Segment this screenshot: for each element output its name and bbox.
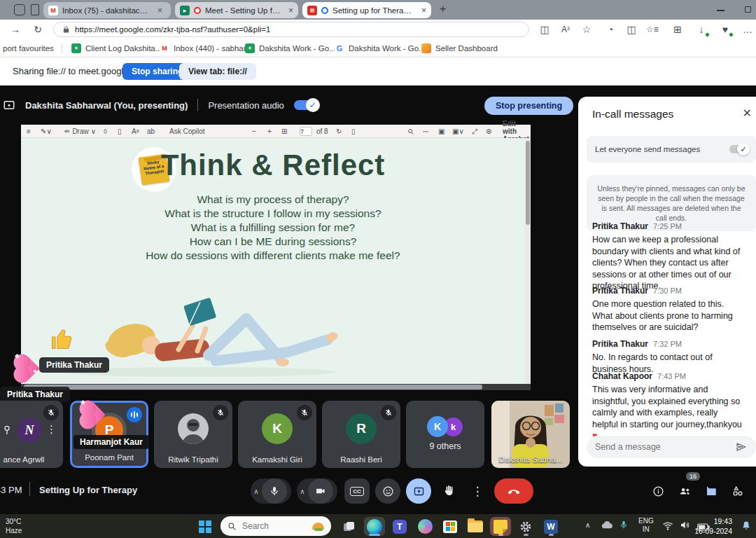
tray-clock[interactable]: 19:43 16-09-2024: [694, 516, 732, 536]
chat-button-active[interactable]: [699, 478, 724, 504]
stop-presenting-button[interactable]: Stop presenting: [484, 97, 573, 115]
zoom-out-icon[interactable]: −: [252, 127, 256, 136]
text-select-icon[interactable]: ▯: [118, 127, 122, 136]
more-menu-icon[interactable]: …: [741, 22, 755, 36]
edit-with-acrobat-button[interactable]: Edit with Acrobat: [503, 127, 531, 136]
address-bar[interactable]: https://meet.google.com/zkr-tjba-nsf?aut…: [53, 22, 529, 37]
participants-button[interactable]: 16: [672, 478, 697, 504]
taskbar-search-input[interactable]: [242, 521, 293, 531]
window-minimize-button[interactable]: [717, 10, 724, 11]
language-indicator[interactable]: ENG IN: [638, 517, 654, 534]
downloads-icon[interactable]: ↓: [694, 22, 708, 36]
zoom-in-icon[interactable]: +: [267, 127, 272, 136]
forward-icon[interactable]: →: [8, 22, 22, 36]
search-icon[interactable]: [407, 127, 414, 136]
pdf-settings-icon[interactable]: ⊛: [486, 127, 491, 136]
overflow-participants-tile[interactable]: K k 9 others: [406, 401, 484, 468]
pin-icon[interactable]: [1, 425, 13, 436]
participant-tile[interactable]: N ⋮ ance Agrwll: [0, 401, 63, 468]
chevron-up-icon[interactable]: ∧: [297, 488, 308, 495]
workspaces-icon[interactable]: [14, 4, 25, 15]
tab-search-icon[interactable]: [31, 4, 39, 15]
microsoft-store-icon[interactable]: [440, 517, 461, 536]
draw-tool[interactable]: ✏ Draw ∨: [64, 127, 96, 136]
meeting-info-button[interactable]: [645, 478, 671, 504]
fit-page-icon[interactable]: ⊞: [281, 127, 287, 136]
tile-more-menu-icon[interactable]: ⋮: [46, 423, 57, 436]
window-restore-button[interactable]: [745, 6, 751, 13]
bookmark-item[interactable]: + Dakshita Work - Go...: [245, 42, 336, 55]
bookmark-item[interactable]: + Client Log Dakshita...: [71, 42, 162, 55]
scrollbar-thumb[interactable]: [526, 141, 530, 225]
pdf-horizontal-scrollbar[interactable]: [21, 384, 531, 390]
highlighter-icon[interactable]: ✎∨: [41, 127, 52, 136]
save-as-icon[interactable]: ▣∨: [452, 127, 464, 136]
favorite-star-icon[interactable]: ☆: [580, 22, 594, 36]
tray-expand-icon[interactable]: ∧: [585, 521, 590, 529]
new-tab-button[interactable]: +: [440, 3, 446, 15]
notifications-bell-icon[interactable]: [741, 520, 752, 534]
pdf-vertical-scrollbar[interactable]: [525, 138, 531, 384]
copilot-icon[interactable]: [414, 517, 435, 536]
print-icon[interactable]: ⎓: [423, 127, 428, 136]
rotate-icon[interactable]: ↻: [336, 127, 342, 136]
task-view-icon[interactable]: [339, 517, 360, 536]
view-tab-button[interactable]: View tab: file://: [179, 63, 256, 80]
onedrive-icon[interactable]: [601, 520, 613, 532]
activities-button[interactable]: [725, 478, 750, 504]
fullscreen-icon[interactable]: ⤢: [472, 127, 477, 136]
participant-tile[interactable]: K Kamakshi Giri: [238, 401, 316, 468]
file-explorer-icon[interactable]: [465, 517, 486, 536]
tab-meet[interactable]: ▸ Meet - Setting Up for Therap ×: [175, 2, 298, 18]
weather-widget[interactable]: 30°C Haze: [6, 517, 22, 535]
allow-messages-toggle[interactable]: ✓: [729, 145, 748, 153]
presentation-audio-toggle[interactable]: ✓: [294, 100, 318, 110]
raise-hand-button[interactable]: [437, 478, 462, 504]
more-options-button[interactable]: ⋮: [465, 478, 490, 504]
captions-button[interactable]: CC: [344, 478, 370, 504]
edge-taskbar-icon[interactable]: [364, 517, 385, 536]
save-icon[interactable]: ▣: [438, 127, 444, 136]
page-number-input[interactable]: 7: [300, 127, 312, 136]
bookmark-item[interactable]: M Inbox (440) - sabhar...: [160, 42, 253, 55]
allow-messages-toggle-row[interactable]: Let everyone send messages ✓: [587, 136, 756, 163]
settings-gear-icon[interactable]: [515, 517, 536, 536]
find-text-icon[interactable]: ab: [147, 127, 155, 136]
page-view-icon[interactable]: ▯: [351, 127, 356, 136]
mic-button[interactable]: [262, 478, 287, 504]
start-button[interactable]: [195, 517, 216, 536]
read-aloud-icon[interactable]: Aᵌ: [559, 22, 573, 36]
present-button-active[interactable]: [406, 478, 431, 504]
split-tab-icon[interactable]: ◫: [624, 22, 638, 36]
tab-gmail[interactable]: M Inbox (75) - dakshitacounselling@ ×: [43, 2, 171, 18]
chevron-up-icon[interactable]: ∧: [251, 488, 262, 495]
bookmark-item[interactable]: G Dakshita Work - Go...: [335, 42, 426, 55]
word-icon[interactable]: W: [540, 517, 561, 536]
volume-icon[interactable]: [679, 520, 690, 533]
eraser-icon[interactable]: ◊: [104, 127, 107, 136]
sticky-notes-icon-active[interactable]: [490, 517, 511, 536]
close-icon[interactable]: ✕: [743, 106, 752, 120]
ask-copilot-button[interactable]: Ask Copilot: [169, 127, 205, 136]
pdf-menu-icon[interactable]: ≡: [27, 127, 31, 136]
collections-icon[interactable]: ⊞: [671, 22, 685, 36]
send-icon[interactable]: [735, 441, 748, 453]
split-screen-icon[interactable]: ◫: [538, 22, 552, 36]
self-video-tile[interactable]: Dakshita Sabha...: [491, 401, 570, 468]
reactions-button[interactable]: [375, 478, 400, 504]
scrollbar-thumb[interactable]: [24, 385, 482, 389]
tab-pdf[interactable]: ▤ Setting up for Therapy.pdf ×: [302, 2, 431, 18]
browser-essentials-icon[interactable]: ♥: [718, 22, 732, 36]
import-favourites[interactable]: port favourites: [3, 42, 54, 55]
tab-close-icon[interactable]: ×: [288, 6, 293, 15]
mic-control[interactable]: ∧: [251, 478, 291, 504]
bookmark-item[interactable]: Seller Dashboard: [421, 42, 498, 55]
copilot-icon[interactable]: ◔: [603, 22, 617, 36]
favorites-bar-icon[interactable]: ☆≡: [645, 22, 659, 36]
end-call-button[interactable]: [494, 478, 533, 504]
mic-tray-icon[interactable]: [619, 519, 629, 533]
read-aloud-icon[interactable]: Aᵃ: [132, 127, 139, 136]
camera-control[interactable]: ∧: [297, 478, 337, 504]
camera-button[interactable]: [308, 478, 333, 504]
taskbar-search[interactable]: [220, 516, 331, 536]
